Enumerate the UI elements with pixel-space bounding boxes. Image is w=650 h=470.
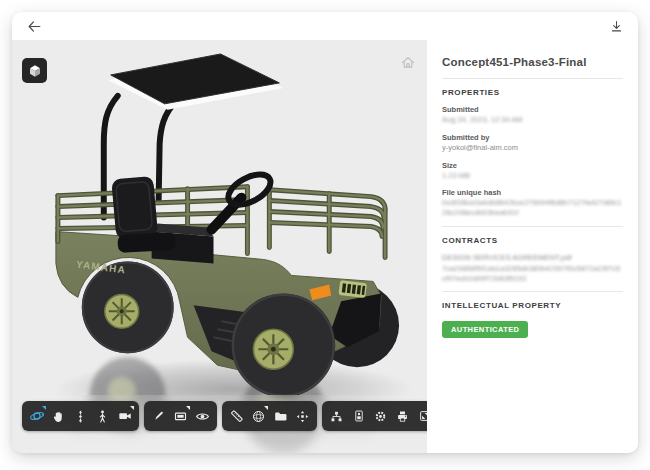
field-submitted-by: Submitted by y-yokoi@final-aim.com <box>442 133 623 153</box>
pan-hand-icon <box>51 409 66 424</box>
eye-icon <box>195 409 210 424</box>
contracts-heading: CONTRACTS <box>442 236 623 245</box>
back-button[interactable] <box>24 16 44 36</box>
3d-cube-icon <box>27 63 43 79</box>
canopy-front-post <box>159 102 176 200</box>
environment-globe-icon <box>251 409 266 424</box>
field-file-hash: File unique hash 0cd938ce0a4db8842bce276… <box>442 188 623 218</box>
field-submitted: Submitted Aug 24, 2023, 12:34 AM <box>442 105 623 125</box>
wheel-rear-left <box>82 261 174 353</box>
explode-button[interactable] <box>292 404 313 428</box>
model-browser-button[interactable] <box>326 404 347 428</box>
zoom-icon <box>73 409 88 424</box>
properties-button[interactable] <box>348 404 369 428</box>
ip-heading: INTELLECTUAL PROPERTY <box>442 301 623 310</box>
model-browser-icon <box>329 409 344 424</box>
pan-button[interactable] <box>48 404 69 428</box>
settings-button[interactable] <box>370 404 391 428</box>
visibility-button[interactable] <box>192 404 213 428</box>
print-icon <box>395 409 410 424</box>
properties-icon <box>352 409 366 423</box>
field-size: Size 1.23 MB <box>442 161 623 181</box>
pen-button[interactable] <box>148 404 169 428</box>
details-panel: Concept451-Phase3-Final PROPERTIES Submi… <box>427 40 638 453</box>
toolbar-group-app-tools <box>322 401 427 431</box>
settings-gear-icon <box>373 409 388 424</box>
screen-button[interactable] <box>170 404 191 428</box>
viewer-window: YAMAHA <box>12 12 638 453</box>
measure-button[interactable] <box>226 404 247 428</box>
explode-icon <box>295 409 310 424</box>
home-view-button[interactable] <box>399 54 417 72</box>
contract-file-name: DESIGN SERVICES AGREEMENT.pdf <box>442 253 623 262</box>
canopy <box>108 54 284 110</box>
model-type-button[interactable] <box>22 58 47 83</box>
folder-icon <box>273 409 288 424</box>
divider <box>442 291 623 292</box>
download-icon <box>609 19 624 34</box>
zoom-button[interactable] <box>70 404 91 428</box>
toolbar-group-model-tools <box>222 401 317 431</box>
wheel-front-left <box>231 293 335 397</box>
toolbar-group-navigation <box>22 401 139 431</box>
pen-icon <box>152 409 166 423</box>
environment-button[interactable] <box>248 404 269 428</box>
orbit-button[interactable] <box>26 404 47 428</box>
first-person-button[interactable] <box>92 404 113 428</box>
toolbar-group-markup <box>144 401 217 431</box>
contract-file-hash: 7ca29858f5f1da1a3285db389b42997f0c5872a1… <box>442 264 623 284</box>
arrow-left-icon <box>26 18 43 35</box>
fullscreen-button[interactable] <box>414 404 427 428</box>
redacted-value: 1.23 MB <box>442 171 623 181</box>
fullscreen-icon <box>418 409 428 423</box>
page-title: Concept451-Phase3-Final <box>442 52 623 78</box>
divider <box>442 226 623 227</box>
screen-icon <box>173 409 188 424</box>
download-button[interactable] <box>606 16 626 36</box>
measure-icon <box>229 408 245 424</box>
divider <box>442 78 623 79</box>
redacted-value: 0cd938ce0a4db8842bce276b94f6d8b7127fa427… <box>442 198 623 218</box>
print-button[interactable] <box>392 404 413 428</box>
redacted-value: Aug 24, 2023, 12:34 AM <box>442 115 623 125</box>
first-person-icon <box>95 409 110 424</box>
viewer-canvas[interactable]: YAMAHA <box>12 40 427 453</box>
camera-button[interactable] <box>114 404 135 428</box>
home-icon <box>399 54 417 72</box>
authenticated-badge: AUTHENTICATED <box>442 321 528 338</box>
model-render: YAMAHA <box>12 40 427 452</box>
viewer-toolbar <box>22 401 427 431</box>
orbit-icon <box>29 408 45 424</box>
top-bar <box>12 12 638 40</box>
properties-heading: PROPERTIES <box>442 88 623 97</box>
folder-button[interactable] <box>270 404 291 428</box>
front-cargo-rails <box>269 190 385 258</box>
camera-icon <box>117 408 133 424</box>
